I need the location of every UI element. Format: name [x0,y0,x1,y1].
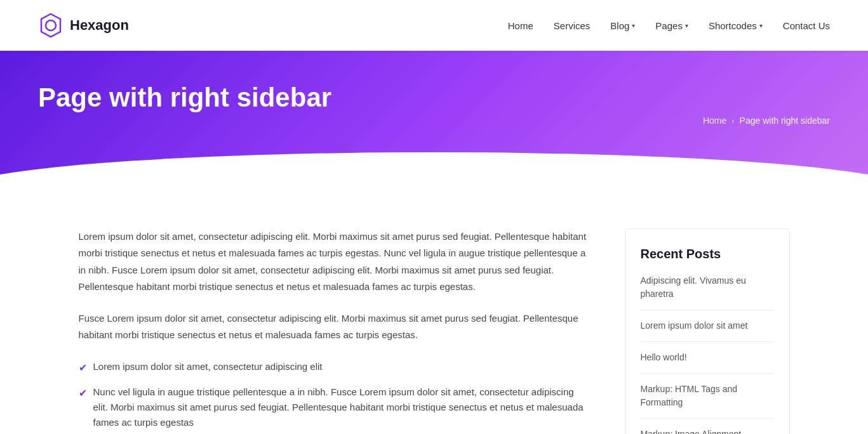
breadcrumb-current: Page with right sidebar [740,115,830,126]
nav-contact[interactable]: Contact Us [783,20,830,31]
logo-text: Hexagon [70,17,129,34]
sidebar: Recent Posts Adipiscing elit. Vivamus eu… [625,228,790,434]
breadcrumb-home-link[interactable]: Home [703,115,726,126]
blog-chevron-icon: ▾ [632,22,635,29]
shortcodes-chevron-icon: ▾ [759,22,763,29]
main-wrapper: Lorem ipsum dolor sit amet, consectetur … [53,228,815,434]
svg-point-1 [46,20,56,30]
list-item: ✔ Lorem ipsum dolor sit amet, consectetu… [79,359,587,376]
content-area: Lorem ipsum dolor sit amet, consectetur … [79,228,587,434]
sidebar-title: Recent Posts [641,247,774,261]
page-title: Page with right sidebar [38,82,830,113]
nav-pages[interactable]: Pages ▾ [655,20,688,31]
svg-marker-0 [41,14,60,37]
pages-chevron-icon: ▾ [685,22,688,29]
sidebar-post-3[interactable]: Hello world! [641,342,774,374]
recent-posts-widget: Recent Posts Adipiscing elit. Vivamus eu… [625,228,790,434]
sidebar-post-4[interactable]: Markup: HTML Tags and Formatting [641,374,774,419]
breadcrumb: Home › Page with right sidebar [703,115,830,126]
check-icon: ✔ [79,385,87,402]
main-nav: Home Services Blog ▾ Pages ▾ Shortcodes … [508,20,830,31]
content-paragraph-2: Fusce Lorem ipsum dolor sit amet, consec… [79,310,587,344]
content-paragraph-1: Lorem ipsum dolor sit amet, consectetur … [79,228,587,295]
check-icon: ✔ [79,360,87,376]
sidebar-post-5[interactable]: Markup: Image Alignment [641,419,774,434]
checklist: ✔ Lorem ipsum dolor sit amet, consectetu… [79,359,587,435]
nav-home[interactable]: Home [508,20,533,31]
logo-icon [38,13,63,38]
logo[interactable]: Hexagon [38,13,129,38]
nav-blog[interactable]: Blog ▾ [610,20,635,31]
breadcrumb-separator: › [731,116,734,126]
sidebar-post-1[interactable]: Adipiscing elit. Vivamus eu pharetra [641,274,774,310]
hero-banner: Page with right sidebar Home › Page with… [0,51,868,190]
header: Hexagon Home Services Blog ▾ Pages ▾ Sho… [0,0,868,51]
nav-shortcodes[interactable]: Shortcodes ▾ [709,20,763,31]
sidebar-post-2[interactable]: Lorem ipsum dolor sit amet [641,310,774,342]
list-item: ✔ Nunc vel ligula in augue tristique pel… [79,385,587,430]
nav-services[interactable]: Services [554,20,591,31]
